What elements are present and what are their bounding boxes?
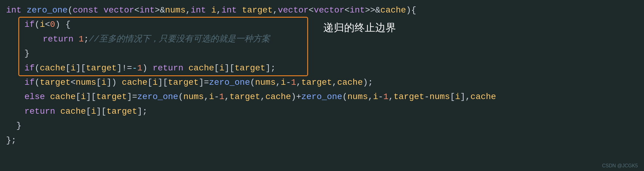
var-i-1: i <box>40 18 45 31</box>
keyword-if-2: if <box>24 62 35 75</box>
code-line-9: } <box>0 119 644 133</box>
function-name: zero_one <box>27 4 67 17</box>
var-i-10: i <box>455 90 460 103</box>
keyword-int-5: int <box>350 4 365 17</box>
keyword-vector-2: vector <box>278 4 309 17</box>
keyword-int-4: int <box>221 4 237 17</box>
var-target-5: target <box>301 76 332 89</box>
var-nums-2: nums <box>255 76 275 89</box>
code-line-8: return cache [ i ][ target ]; <box>0 104 644 119</box>
var-i-3: i <box>219 62 225 75</box>
code-line-10: }; <box>0 133 644 148</box>
num-1d: 1 <box>383 90 388 103</box>
var-target-2: target <box>235 62 265 75</box>
param-nums: nums <box>165 4 185 17</box>
var-target-3: target <box>40 76 70 89</box>
param-target: target <box>242 4 273 17</box>
num-1b: 1 <box>291 76 296 89</box>
code-line-7: else cache [ i ][ target ]= zero_one ( n… <box>0 90 644 104</box>
var-i-7: i <box>81 90 86 103</box>
var-cache-3: cache <box>122 76 147 89</box>
var-i-4: i <box>101 76 106 89</box>
code-line-1: int zero_one ( const vector < int >& num… <box>0 3 644 17</box>
var-i-5: i <box>153 76 158 89</box>
keyword-return-2: return <box>153 62 183 75</box>
var-nums-1: nums <box>76 76 96 89</box>
var-i-9: i <box>373 90 378 103</box>
var-target-6: target <box>96 90 127 103</box>
keyword-if-3: if <box>24 76 35 89</box>
comment-1: //至多的情况下，只要没有可选的就是一种方案 <box>89 33 270 46</box>
param-cache: cache <box>380 4 406 17</box>
var-cache-8: cache <box>60 105 86 118</box>
var-i-11: i <box>91 105 96 118</box>
fn-call-3: zero_one <box>301 90 342 103</box>
keyword-return-3: return <box>24 105 55 118</box>
var-target-1: target <box>86 62 117 75</box>
code-line-6: if ( target < nums [ i ]) cache [ i ][ t… <box>0 75 644 90</box>
num-1: 1 <box>79 33 84 46</box>
num-0: 0 <box>50 18 55 31</box>
fn-call-2: zero_one <box>137 90 178 103</box>
var-target-9: target <box>106 105 137 118</box>
keyword-else: else <box>24 90 45 103</box>
keyword-int-3: int <box>191 4 206 17</box>
var-cache-2: cache <box>189 62 214 75</box>
code-line-5: if ( cache [ i ][ target ]!= - 1 ) retur… <box>0 61 644 75</box>
keyword-const: const <box>73 4 98 17</box>
code-line-3: return 1 ; //至多的情况下，只要没有可选的就是一种方案 <box>0 32 644 46</box>
var-cache-1: cache <box>40 62 65 75</box>
op-neg1: - <box>132 62 137 75</box>
var-target-7: target <box>229 90 260 103</box>
param-i: i <box>211 4 216 17</box>
annotation-label: 递归的终止边界 <box>323 21 396 35</box>
num-neg1: 1 <box>137 62 142 75</box>
fn-call-1: zero_one <box>209 76 250 89</box>
keyword-vector-1: vector <box>103 4 134 17</box>
var-i-6: i <box>281 76 286 89</box>
var-target-8: target <box>394 90 424 103</box>
keyword-return-1: return <box>43 33 74 46</box>
code-line-2: if ( i < 0 ) { <box>0 17 644 32</box>
keyword-vector-3: vector <box>314 4 344 17</box>
keyword-int-1: int <box>6 4 21 17</box>
watermark: CSDN @JCGK5 <box>602 163 638 169</box>
var-cache-5: cache <box>50 90 76 103</box>
var-i-2: i <box>70 62 76 75</box>
keyword-int-2: int <box>139 4 155 17</box>
var-cache-4: cache <box>337 76 363 89</box>
var-nums-4: nums <box>347 90 368 103</box>
var-cache-6: cache <box>265 90 291 103</box>
keyword-if-1: if <box>24 18 35 31</box>
var-nums-3: nums <box>183 90 204 103</box>
var-target-4: target <box>168 76 199 89</box>
var-cache-7: cache <box>470 90 496 103</box>
var-i-8: i <box>209 90 214 103</box>
var-nums-5: nums <box>430 90 450 103</box>
code-line-4: } <box>0 46 644 61</box>
num-1c: 1 <box>219 90 225 103</box>
code-container: int zero_one ( const vector < int >& num… <box>0 0 644 171</box>
